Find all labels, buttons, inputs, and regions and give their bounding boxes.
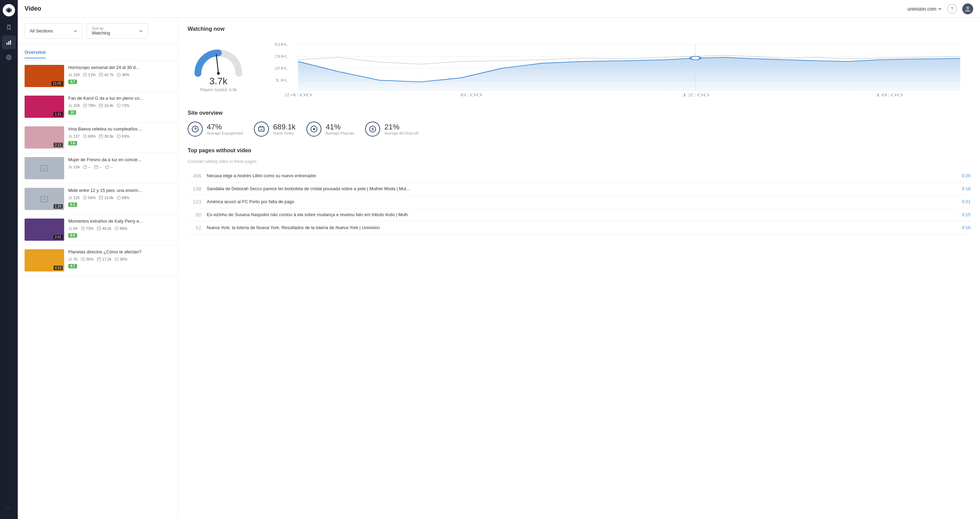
video-thumb xyxy=(25,157,64,179)
starts-label: Starts Today xyxy=(273,131,296,135)
engagement-icon xyxy=(188,121,203,137)
sidebar-item-target[interactable] xyxy=(2,51,16,64)
overview-tab-bar: Overview xyxy=(18,45,178,61)
logo[interactable] xyxy=(3,4,15,16)
video-item[interactable]: 21:05 Horóscopo semanal del 24 al 30 d..… xyxy=(18,61,178,91)
video-stats: 76 30% 17.2k 30% xyxy=(68,257,171,261)
svg-text:1K: 1K xyxy=(274,78,288,82)
page-count: 52 xyxy=(188,225,201,230)
video-thumb: 2:12 xyxy=(25,126,64,149)
video-stats: 125 56% 13.0k 68% xyxy=(68,196,171,200)
video-thumb: 2:01 xyxy=(25,219,64,241)
page-title: Video xyxy=(25,5,41,12)
video-thumb: 1:26 xyxy=(25,188,64,210)
video-item[interactable]: 4:53 Planetas directos ¿Cómo te afectan?… xyxy=(18,245,178,276)
page-time: 0:15 xyxy=(962,212,970,217)
page-title-text: Nueva York: la lotería de Nueva York. Re… xyxy=(207,225,956,230)
video-title: Horóscopo semanal del 24 al 30 d... xyxy=(68,65,171,71)
sidebar: ··· xyxy=(0,0,18,519)
svg-point-34 xyxy=(69,196,71,198)
site-overview-section: Site overview 47% Average Engagement xyxy=(188,110,970,137)
metric-starts: 689.1k Starts Today xyxy=(254,121,296,137)
page-count: 138 xyxy=(188,186,201,192)
svg-text:3K: 3K xyxy=(274,54,288,58)
site-overview-title: Site overview xyxy=(188,110,970,116)
ad-dropoff-icon: $ xyxy=(365,121,380,137)
overview-metrics: 47% Average Engagement xyxy=(188,121,970,137)
svg-point-7 xyxy=(966,6,969,9)
video-item[interactable]: 1:26 Mide entre 12 y 15 pies: una enorm.… xyxy=(18,184,178,214)
video-item[interactable]: 2:12 Irina Baeva celebra su cumpleaños .… xyxy=(18,122,178,153)
svg-text:5K: 5K xyxy=(274,42,288,46)
svg-text:2K: 2K xyxy=(274,66,288,70)
page-row[interactable]: 496 Necaxa elige a Andrés Lillini como s… xyxy=(188,169,970,182)
video-title: Fan de Karol G da a luz en pleno co... xyxy=(68,96,171,101)
page-title-text: Sandália de Deborah Secco parece ter bor… xyxy=(207,186,956,191)
video-stats: 134 -- -- -- xyxy=(68,165,171,169)
watching-now-container: 3.7k Players loaded: 6.9k xyxy=(188,38,970,99)
video-thumb: 21:05 xyxy=(25,65,64,87)
help-button[interactable]: ? xyxy=(947,4,957,14)
domain-selector[interactable]: univision.com xyxy=(907,6,942,11)
video-stats: 159 11% 42.7k 36% xyxy=(68,73,171,77)
metric-playrate: 41% Average Playrate xyxy=(306,121,354,137)
svg-rect-3 xyxy=(10,40,11,45)
svg-point-27 xyxy=(69,166,71,168)
video-list: 21:05 Horóscopo semanal del 24 al 30 d..… xyxy=(18,61,178,519)
video-stats: 159 79% 10.4k 72% xyxy=(68,104,171,107)
svg-point-20 xyxy=(69,135,71,137)
video-title: Momentos extraños de Katy Perry e... xyxy=(68,219,171,224)
video-item[interactable]: Mujer de Fresno da a luz en concie... 13… xyxy=(18,153,178,184)
left-panel: All Sections Sort by Watching Overview xyxy=(18,18,178,519)
svg-text:12:00: 12:00 xyxy=(681,93,710,97)
pages-list: 496 Necaxa elige a Andrés Lillini como s… xyxy=(188,169,970,234)
top-pages-title: Top pages without video xyxy=(188,147,970,154)
sidebar-item-chart[interactable] xyxy=(2,35,16,49)
page-row[interactable]: 80 Ex-vizinho de Susana Naspolini não co… xyxy=(188,208,970,221)
topbar-right: univision.com ? xyxy=(907,3,973,14)
svg-text:$: $ xyxy=(372,127,374,131)
svg-rect-1 xyxy=(6,43,8,45)
page-time: 0:29 xyxy=(962,173,970,178)
gauge-value: 3.7k xyxy=(210,76,228,87)
sections-filter[interactable]: All Sections xyxy=(25,23,83,38)
page-row[interactable]: 138 Sandália de Deborah Secco parece ter… xyxy=(188,182,970,195)
page-title-text: Ex-vizinho de Susana Naspolini não conto… xyxy=(207,212,956,217)
page-count: 496 xyxy=(188,173,201,179)
svg-line-52 xyxy=(216,54,218,73)
svg-point-53 xyxy=(217,72,220,75)
svg-text:18:00: 18:00 xyxy=(875,93,903,97)
avatar[interactable] xyxy=(962,3,973,14)
video-stats: 84 73% 40.2k 68% xyxy=(68,227,171,230)
engagement-label: Average Engagement xyxy=(207,131,243,135)
sidebar-item-more[interactable]: ··· xyxy=(2,501,16,515)
top-pages-section: Top pages without video Consider adding … xyxy=(188,147,970,234)
page-title-text: América acusó al FC Porto por falta de p… xyxy=(207,199,956,204)
sort-filter[interactable]: Sort by Watching xyxy=(87,23,148,38)
video-title: Planetas directos ¿Cómo te afectan? xyxy=(68,249,171,255)
metric-ad-dropoff: $ 21% Average Ad Drop-off xyxy=(365,121,418,137)
video-item[interactable]: 2:01 Momentos extraños de Katy Perry e..… xyxy=(18,214,178,245)
page-time: 0:16 xyxy=(962,225,970,230)
video-thumb: 1:21 xyxy=(25,96,64,118)
starts-value: 689.1k xyxy=(273,123,296,131)
video-title: Irina Baeva celebra su cumpleaños ... xyxy=(68,126,171,132)
engagement-value: 47% xyxy=(207,123,243,131)
page-time: 0:18 xyxy=(962,186,970,191)
metric-engagement: 47% Average Engagement xyxy=(188,121,243,137)
video-stats: 137 60% 30.5k 63% xyxy=(68,134,171,138)
video-item[interactable]: 1:21 Fan de Karol G da a luz en pleno co… xyxy=(18,91,178,122)
svg-point-46 xyxy=(69,258,71,260)
playrate-label: Average Playrate xyxy=(326,131,354,135)
page-row[interactable]: 52 Nueva York: la lotería de Nueva York.… xyxy=(188,221,970,234)
svg-point-40 xyxy=(69,227,71,229)
starts-icon xyxy=(254,121,269,137)
tab-overview[interactable]: Overview xyxy=(25,50,46,58)
gauge-sub: Players loaded: 6.9k xyxy=(200,88,237,92)
svg-point-8 xyxy=(69,73,71,75)
page-row[interactable]: 123 América acusó al FC Porto por falta … xyxy=(188,195,970,208)
svg-text:24:00: 24:00 xyxy=(284,93,312,97)
page-time: 0:31 xyxy=(962,199,970,204)
sidebar-item-bookmark[interactable] xyxy=(2,21,16,34)
svg-text:6:00: 6:00 xyxy=(460,93,482,97)
